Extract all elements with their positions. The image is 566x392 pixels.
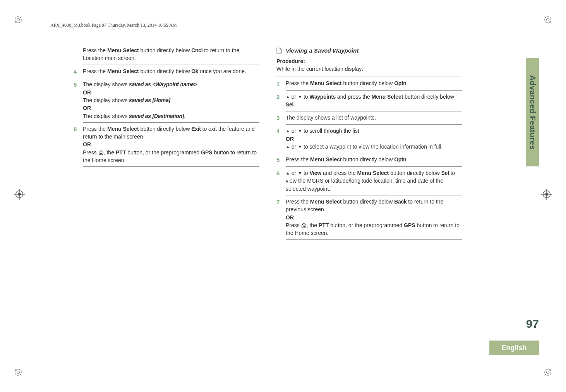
crop-mark-icon [544,368,552,377]
step-line: Press the Menu Select button directly be… [286,198,462,214]
svg-point-1 [17,18,19,21]
or-label: OR [83,104,259,112]
step-line: The display shows saved as [Destination]… [83,112,259,120]
language-tab: English [489,341,539,355]
book-header: APX_4000_M3.book Page 97 Thursday, March… [50,22,177,28]
crop-mark-icon [14,15,22,24]
right-column: Viewing a Saved Waypoint Procedure: Whil… [276,46,462,242]
down-arrow-icon: ▼ [298,128,302,134]
step-number: 3 [276,114,286,122]
step-body: The display shows a list of waypoints. [286,114,462,122]
step-number: 4 [74,67,83,76]
divider [286,111,462,111]
step-body: Press the Menu Select button directly be… [286,198,462,237]
step-body: ▲ or ▼ to Waypoints and press the Menu S… [286,93,462,109]
svg-point-5 [17,371,19,373]
text: , the PTT button, or the preprogrammed G… [83,149,257,163]
left-column: Press the Menu Select button directly be… [74,46,259,242]
side-tab: Advanced Features [526,58,539,166]
step-number: 6 [276,169,286,193]
step-2: 2 ▲ or ▼ to Waypoints and press the Menu… [276,93,462,109]
step-7: 7 Press the Menu Select button directly … [276,198,462,237]
or-label: OR [83,140,259,148]
text: Press [83,149,98,156]
page-number: 97 [508,317,539,330]
step-line: Press the Menu Select button directly be… [83,125,259,141]
text: Press [286,222,301,228]
svg-point-3 [546,18,549,21]
page-body: Advanced Features 97 English Press the M… [74,46,523,357]
step-line: The display shows saved as [Home]. [83,96,259,104]
divider [286,153,462,153]
divider [286,239,462,240]
up-arrow-icon: ▲ [286,128,290,134]
step-number: 2 [276,93,286,109]
step-5: 5 The display shows saved as <Waypoint n… [74,80,259,120]
procedure-label: Procedure: [276,57,462,65]
divider [286,166,462,167]
step-continuation: Press the Menu Select button directly be… [83,46,259,62]
divider [83,65,259,65]
section-title: Viewing a Saved Waypoint [286,46,358,55]
crop-mark-icon [544,15,552,24]
step-line: ▲ or ▼ to select a waypoint to view the … [286,143,462,151]
divider [286,195,462,195]
side-tab-label: Advanced Features [528,75,537,149]
up-arrow-icon: ▲ [286,94,290,100]
divider [83,122,259,123]
text: to Waypoints and press the Menu Select b… [286,94,454,108]
procedure-intro: While in the current location display: [276,65,462,73]
divider [286,90,462,91]
or-label: OR [286,214,462,221]
step-body: Press the Menu Select button directly be… [286,156,462,164]
step-number: 7 [276,198,286,237]
registration-mark-icon [14,189,25,200]
svg-point-7 [546,371,549,373]
step-line: Press , the PTT button, or the preprogra… [286,221,462,237]
divider [276,77,462,77]
step-number: 5 [74,80,83,120]
or-label: OR [286,135,462,143]
step-3: 3 The display shows a list of waypoints. [276,114,462,122]
divider [83,78,259,78]
step-body: ▲ or ▼ to View and press the Menu Select… [286,169,462,193]
text: to select a waypoint to view the locatio… [302,144,443,150]
divider [286,124,462,125]
text: or [290,128,298,134]
step-body: ▲ or ▼ to scroll through the list. OR ▲ … [286,127,462,151]
step-4: 4 ▲ or ▼ to scroll through the list. OR … [276,127,462,151]
crop-mark-icon [14,368,22,377]
step-number: 4 [276,127,286,151]
up-arrow-icon: ▲ [286,170,290,176]
step-6: 6 Press the Menu Select button directly … [74,125,259,164]
step-1: 1 Press the Menu Select button directly … [276,79,462,88]
down-arrow-icon: ▼ [298,144,302,150]
step-number: 5 [276,156,286,164]
text: , the PTT button, or the preprogrammed G… [286,222,460,236]
home-icon [301,222,307,228]
home-icon [98,149,104,156]
step-body: Press the Menu Select button directly be… [286,79,462,88]
step-line: ▲ or ▼ to scroll through the list. [286,127,462,135]
step-6: 6 ▲ or ▼ to View and press the Menu Sele… [276,169,462,193]
text: to scroll through the list. [302,128,361,134]
step-5: 5 Press the Menu Select button directly … [276,156,462,164]
text: or [290,144,298,150]
text: or [290,94,298,100]
down-arrow-icon: ▼ [298,94,302,100]
step-line: The display shows saved as <Waypoint nam… [83,80,259,88]
up-arrow-icon: ▲ [286,144,290,150]
step-body: The display shows saved as <Waypoint nam… [83,80,259,120]
step-number: 6 [74,125,83,164]
step-line: Press , the PTT button, or the preprogra… [83,149,259,164]
step-body: Press the Menu Select button directly be… [83,67,259,76]
section-heading: Viewing a Saved Waypoint [276,46,462,55]
step-4: 4 Press the Menu Select button directly … [74,67,259,76]
step-body: Press the Menu Select button directly be… [83,125,259,164]
or-label: OR [83,89,259,96]
step-number: 1 [276,79,286,88]
divider [83,166,259,167]
text: or [290,170,298,176]
registration-mark-icon [541,189,552,200]
text: to View and press the Menu Select button… [286,170,455,192]
